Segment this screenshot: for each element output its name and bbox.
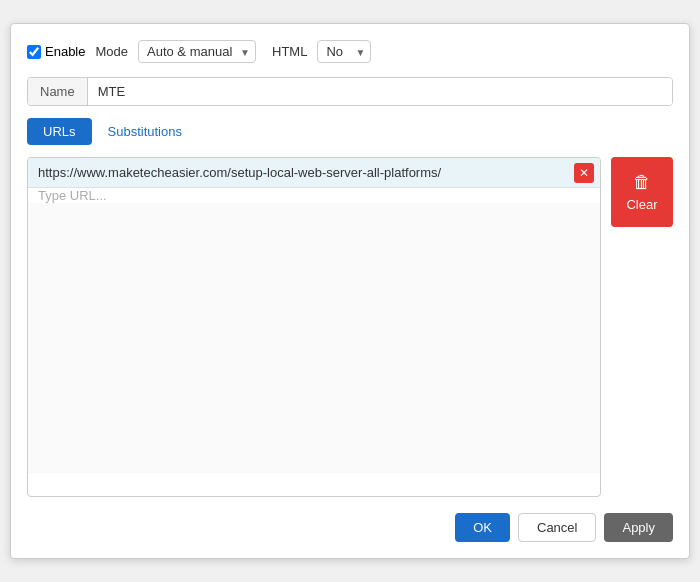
trash-icon: 🗑 [633, 172, 651, 193]
enable-checkbox[interactable] [27, 45, 41, 59]
clear-button[interactable]: 🗑 Clear [611, 157, 673, 227]
enable-checkbox-label[interactable]: Enable [27, 44, 85, 59]
mode-select[interactable]: Auto & manual Auto Manual [138, 40, 256, 63]
apply-button[interactable]: Apply [604, 513, 673, 542]
footer-bar: OK Cancel Apply [27, 513, 673, 542]
tab-urls[interactable]: URLs [27, 118, 92, 145]
url-placeholder-row: Type URL... [28, 188, 600, 203]
url-placeholder-text: Type URL... [28, 181, 117, 210]
urls-panel: ✕ Type URL... [27, 157, 601, 497]
ok-button[interactable]: OK [455, 513, 510, 542]
urls-empty-space [28, 203, 600, 473]
tabs-row: URLs Substitutions [27, 118, 673, 145]
top-bar: Enable Mode Auto & manual Auto Manual ▼ … [27, 40, 673, 63]
content-area: ✕ Type URL... 🗑 Clear [27, 157, 673, 497]
html-select[interactable]: No Yes [317, 40, 371, 63]
main-dialog: Enable Mode Auto & manual Auto Manual ▼ … [10, 23, 690, 559]
enable-label: Enable [45, 44, 85, 59]
name-label: Name [28, 78, 88, 105]
name-row: Name [27, 77, 673, 106]
url-remove-button-1[interactable]: ✕ [574, 163, 594, 183]
tab-substitutions[interactable]: Substitutions [92, 118, 198, 145]
clear-label: Clear [626, 197, 657, 212]
html-select-wrapper: No Yes ▼ [317, 40, 371, 63]
html-label: HTML [272, 44, 307, 59]
mode-select-wrapper: Auto & manual Auto Manual ▼ [138, 40, 256, 63]
name-input[interactable] [88, 78, 672, 105]
mode-label: Mode [95, 44, 128, 59]
cancel-button[interactable]: Cancel [518, 513, 596, 542]
